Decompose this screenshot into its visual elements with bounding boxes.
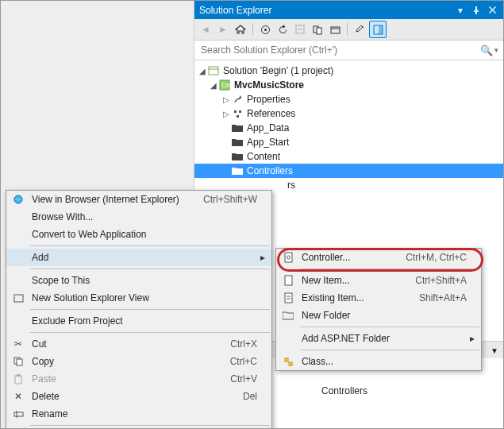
svg-rect-12 [234,110,237,113]
properties-icon[interactable] [352,21,367,37]
svg-rect-16 [14,295,23,302]
panel-title-text: Solution Explorer [199,5,451,16]
forward-icon[interactable]: ► [215,21,231,37]
csproj-icon: C# [218,79,231,91]
svg-rect-21 [14,412,23,416]
tree-properties[interactable]: ▷Properties [194,92,503,106]
menu-new-item[interactable]: New Item...Ctrl+Shift+A [276,272,481,289]
menu-separator [30,425,270,426]
cut-icon: ✂ [10,337,27,351]
menu-browse-with[interactable]: Browse With... [6,208,271,226]
svg-rect-14 [237,115,239,118]
controller-icon [279,250,297,265]
close-icon[interactable] [486,4,498,17]
menu-copy[interactable]: CopyCtrl+C [6,353,271,370]
preview-icon[interactable] [369,21,387,38]
references-icon [231,107,244,120]
dropdown-icon[interactable]: ▾ [454,4,467,17]
menu-separator [30,309,270,310]
search-box[interactable]: 🔍 ▾ [194,41,503,60]
svg-rect-26 [285,358,288,361]
menu-separator [30,269,270,269]
svg-rect-27 [289,362,292,365]
menu-view-in-browser[interactable]: View in Browser (Internet Explorer)Ctrl+… [6,191,271,208]
show-all-icon[interactable] [310,21,325,37]
menu-asp-folder[interactable]: Add ASP.NET Folder▸ [276,330,481,347]
menu-class[interactable]: Class... [276,353,481,370]
new-folder-icon [279,308,297,323]
menu-new-folder[interactable]: New Folder [276,307,481,324]
svg-point-1 [264,29,267,31]
menu-separator [300,327,479,327]
svg-rect-22 [285,253,292,262]
solution-tree: ◢Solution 'Begin' (1 project) ◢C#MvcMusi… [194,60,503,195]
menu-separator [300,350,479,350]
copy-icon [10,354,27,369]
menu-rename[interactable]: Rename [6,405,271,423]
chevron-right-icon: ▸ [467,333,475,344]
menu-separator [300,269,479,269]
tree-appdata[interactable]: App_Data [194,121,503,135]
collapse-icon[interactable] [292,21,308,37]
back-icon[interactable]: ◄ [198,21,214,37]
svg-rect-25 [285,293,292,303]
svg-rect-5 [331,27,340,33]
chevron-right-icon: ▸ [257,252,265,263]
menu-cut[interactable]: ✂CutCtrl+X [6,335,271,353]
rename-icon [10,407,27,421]
svg-point-6 [362,26,364,28]
folder-icon [231,150,244,163]
menu-controller[interactable]: Controller...Ctrl+M, Ctrl+C [276,249,481,266]
panel-titlebar: Solution Explorer ▾ [194,1,503,19]
wrench-icon [231,93,244,106]
home-icon[interactable] [233,21,248,37]
tree-references[interactable]: ▷References [194,106,503,121]
solution-icon [207,64,220,77]
tree-appstart[interactable]: App_Start [194,135,503,149]
menu-delete[interactable]: ✕DeleteDel [6,388,271,405]
folder-icon [231,136,244,149]
menu-convert[interactable]: Convert to Web Application [6,226,271,243]
context-menu: View in Browser (Internet Explorer)Ctrl+… [6,190,272,429]
svg-rect-13 [239,110,241,113]
svg-rect-9 [209,67,218,75]
class-icon [279,354,297,369]
menu-add[interactable]: Add▸ [6,249,271,266]
svg-rect-4 [317,28,321,34]
add-submenu: Controller...Ctrl+M, Ctrl+C New Item...C… [275,248,482,371]
svg-rect-20 [17,374,20,377]
project-node[interactable]: ◢C#MvcMusicStore [194,78,503,92]
search-input[interactable] [199,44,480,56]
properties-value: Controllers [321,385,367,396]
pin-icon[interactable] [470,4,483,17]
folder-icon [231,122,244,134]
sync-icon[interactable] [257,21,273,37]
search-icon[interactable]: 🔍 [480,44,493,56]
refresh-icon[interactable] [275,21,290,37]
svg-rect-8 [379,25,383,34]
menu-exclude[interactable]: Exclude From Project [6,312,271,330]
menu-existing-item[interactable]: Existing Item...Shift+Alt+A [276,289,481,307]
svg-rect-18 [17,359,22,365]
new-view-icon [10,291,27,305]
tree-content[interactable]: Content [194,149,503,164]
menu-separator [30,245,270,246]
svg-text:C#: C# [221,82,230,89]
svg-rect-24 [285,276,292,285]
delete-icon: ✕ [10,389,27,404]
search-dropdown-icon[interactable]: ▾ [494,46,498,54]
paste-icon [10,372,27,386]
solution-node[interactable]: ◢Solution 'Begin' (1 project) [194,64,503,78]
svg-rect-19 [15,376,21,384]
folder-icon [231,164,244,177]
existing-item-icon [279,291,297,305]
ie-icon [10,192,27,207]
chevron-down-icon[interactable]: ▼ [491,346,498,355]
menu-paste[interactable]: PasteCtrl+V [6,370,271,388]
menu-separator [30,332,270,333]
view-icon[interactable] [327,21,343,37]
panel-toolbar: ◄ ► [194,19,503,41]
menu-new-view[interactable]: New Solution Explorer View [6,289,271,307]
tree-controllers[interactable]: Controllers [194,164,503,178]
menu-scope[interactable]: Scope to This [6,272,271,289]
